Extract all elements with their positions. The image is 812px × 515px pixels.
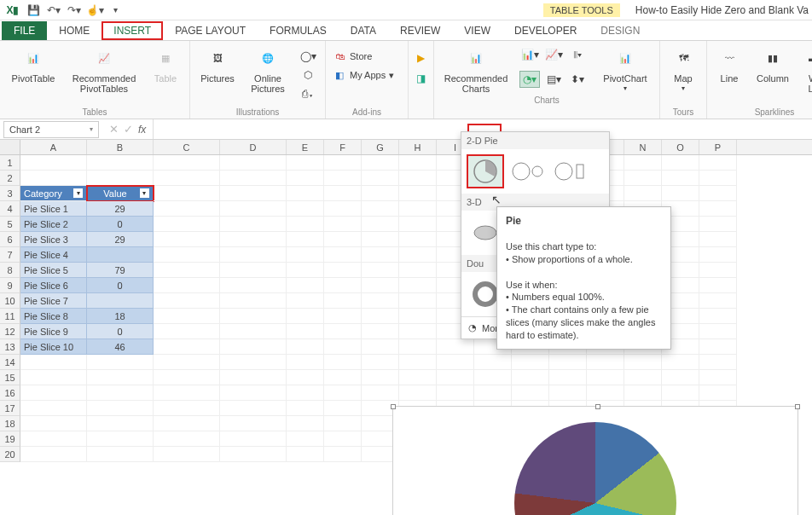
cell[interactable] [220,217,287,232]
cell[interactable] [287,232,324,247]
cell[interactable] [287,385,324,401]
table-button[interactable]: ▦Table [148,44,183,94]
sparkline-line-button[interactable]: 〰Line [714,44,745,94]
store-button[interactable]: 🛍Store [333,49,401,63]
tab-data[interactable]: DATA [339,21,388,40]
cell[interactable] [399,324,437,339]
cell[interactable] [399,385,437,401]
online-pictures-button[interactable]: 🌐Online Pictures [246,44,289,102]
recommended-charts-button[interactable]: 📊Recommended Charts [441,44,511,94]
cell[interactable] [699,155,737,171]
cell[interactable] [154,186,220,201]
cell[interactable] [20,370,87,385]
bar-of-pie-option[interactable] [552,154,589,188]
cell[interactable] [87,355,154,370]
cell[interactable] [437,385,474,401]
cell[interactable] [287,217,324,232]
cell[interactable] [87,401,154,416]
cell[interactable] [287,201,324,217]
cell[interactable]: 0 [87,217,154,232]
enter-icon[interactable]: ✓ [124,123,133,136]
screenshot-icon[interactable]: ⎙▾ [298,85,318,102]
row-header[interactable]: 8 [0,263,20,278]
row-header[interactable]: 3 [0,186,20,201]
cell[interactable] [587,370,624,385]
cell[interactable] [220,278,287,293]
cell[interactable] [662,385,699,401]
cell[interactable]: Pie Slice 5 [20,263,87,278]
cell[interactable] [87,171,154,186]
cell[interactable] [220,171,287,186]
cell[interactable] [220,401,287,416]
row-header[interactable]: 6 [0,232,20,247]
cell[interactable] [324,355,362,370]
cell[interactable]: Pie Slice 8 [20,309,87,324]
cell[interactable] [362,370,399,385]
recommended-pivottables-button[interactable]: 📈Recommended PivotTables [68,44,140,94]
cell[interactable] [362,278,399,293]
cell[interactable] [287,355,324,370]
cell[interactable] [437,355,474,370]
cell[interactable]: Pie Slice 10 [20,339,87,355]
cell[interactable] [287,401,324,416]
row-header[interactable]: 18 [0,416,20,431]
row-header[interactable]: 1 [0,155,20,171]
myapps-button[interactable]: ◧My Apps▾ [333,68,401,82]
cell[interactable] [512,385,549,401]
cell[interactable]: Pie Slice 9 [20,324,87,339]
cell[interactable] [220,201,287,217]
cell[interactable] [287,293,324,309]
cell[interactable] [220,186,287,201]
cell[interactable] [287,247,324,263]
cell[interactable] [20,447,87,462]
cell[interactable] [220,324,287,339]
cell[interactable] [20,171,87,186]
cell[interactable] [624,385,662,401]
row-header[interactable]: 13 [0,339,20,355]
cell[interactable] [154,155,220,171]
cell[interactable] [362,339,399,355]
cell[interactable] [324,324,362,339]
cell[interactable] [220,416,287,431]
col-header[interactable]: E [287,140,324,154]
pie-chart-icon[interactable]: ◔▾ [519,71,540,88]
cell[interactable] [220,447,287,462]
cell[interactable] [699,293,737,309]
cell[interactable] [624,155,662,171]
pie-of-pie-option[interactable] [509,154,547,188]
combo-chart-icon[interactable]: ⬍▾ [567,71,588,88]
row-header[interactable]: 7 [0,247,20,263]
cell[interactable] [362,324,399,339]
cell[interactable] [362,217,399,232]
cell[interactable] [362,247,399,263]
cell[interactable] [220,355,287,370]
sparkline-winloss-button[interactable]: ▬▬Win/ Loss [801,44,812,94]
map-button[interactable]: 🗺Map▾ [667,44,699,93]
excel-icon[interactable]: X▮ [3,2,22,19]
cell[interactable] [287,309,324,324]
cell[interactable] [399,370,437,385]
cell[interactable] [87,155,154,171]
cell[interactable]: Category▾ [20,186,87,201]
cell[interactable] [87,447,154,462]
cell[interactable] [154,416,220,431]
cell[interactable] [399,355,437,370]
cell[interactable] [154,247,220,263]
cell[interactable] [362,186,399,201]
row-header[interactable]: 11 [0,309,20,324]
cell[interactable] [324,232,362,247]
qat-customize-icon[interactable]: ▾ [106,2,125,19]
cell[interactable] [220,247,287,263]
cell[interactable] [399,186,437,201]
col-header[interactable]: H [399,140,437,154]
save-icon[interactable]: 💾 [24,2,43,19]
redo-icon[interactable]: ↷▾ [65,2,84,19]
undo-icon[interactable]: ↶▾ [44,2,63,19]
cell[interactable] [399,309,437,324]
cell[interactable] [624,186,662,201]
tab-formulas[interactable]: FORMULAS [258,21,339,40]
cell[interactable] [324,401,362,416]
cell[interactable] [154,232,220,247]
cell[interactable] [154,401,220,416]
fx-icon[interactable]: fx [138,124,146,136]
